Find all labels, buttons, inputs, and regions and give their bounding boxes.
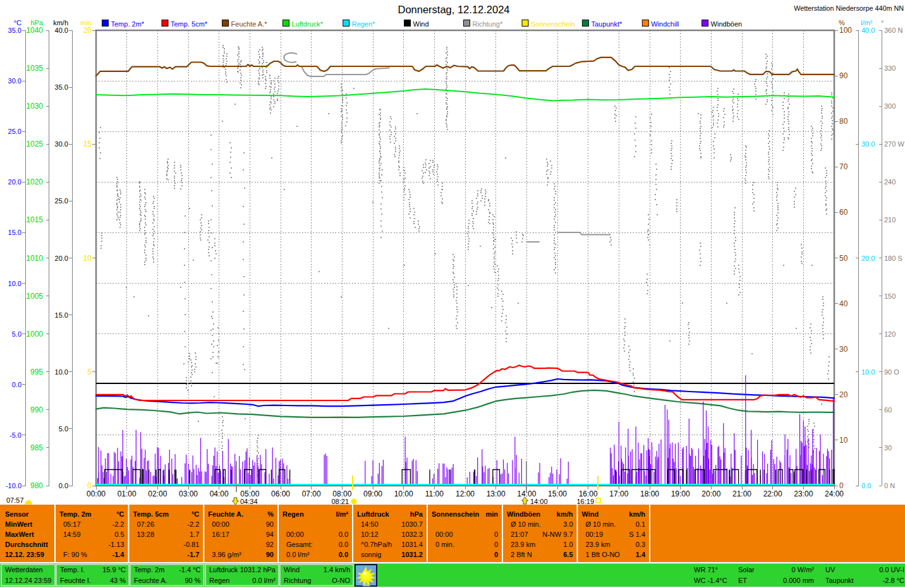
svg-text:Wetterdaten: Wetterdaten (5, 566, 43, 573)
svg-text:23:00: 23:00 (794, 489, 813, 498)
svg-text:30.0: 30.0 (55, 140, 68, 148)
svg-text:0.0: 0.0 (339, 551, 348, 558)
svg-text:04:34: 04:34 (240, 498, 258, 505)
svg-text:0.000 mm: 0.000 mm (783, 577, 814, 584)
svg-text:0.0: 0.0 (12, 381, 21, 388)
svg-text:19:00: 19:00 (671, 489, 690, 498)
svg-text:-1.13: -1.13 (108, 541, 124, 548)
svg-text:08:00: 08:00 (332, 489, 351, 498)
svg-text:Ø 10 min.: Ø 10 min. (586, 520, 616, 528)
svg-text:1.7: 1.7 (190, 531, 199, 538)
svg-text:90 %: 90 % (185, 577, 200, 584)
svg-text:MinWert: MinWert (5, 520, 33, 528)
svg-text:10.0: 10.0 (55, 368, 68, 376)
svg-text:24:00: 24:00 (825, 489, 844, 498)
svg-text:0.5: 0.5 (114, 531, 124, 538)
svg-text:0 W/m²: 0 W/m² (792, 566, 815, 573)
svg-text:-1.4: -1.4 (112, 551, 125, 558)
svg-text:MaxWert: MaxWert (5, 531, 34, 538)
svg-text:5.0: 5.0 (59, 425, 68, 433)
svg-text:25.0: 25.0 (8, 128, 21, 135)
svg-text:05:17: 05:17 (63, 520, 81, 528)
svg-text:15.0: 15.0 (8, 229, 21, 236)
svg-text:15:00: 15:00 (548, 489, 567, 498)
svg-text:30: 30 (884, 444, 892, 452)
svg-text:10:12: 10:12 (361, 531, 379, 538)
svg-text:WC -1.4°C: WC -1.4°C (694, 577, 727, 584)
svg-text:5: 5 (87, 368, 92, 376)
svg-text:0.0 UV-I: 0.0 UV-I (879, 566, 904, 573)
svg-text:1031.2: 1031.2 (401, 551, 423, 558)
svg-text:11:00: 11:00 (425, 489, 444, 498)
svg-text:13:28: 13:28 (137, 531, 155, 538)
svg-text:2 Bft N: 2 Bft N (511, 551, 532, 558)
svg-text:22:00: 22:00 (763, 489, 782, 498)
svg-text:07:26: 07:26 (137, 520, 155, 528)
svg-text:Luftdruck: Luftdruck (209, 566, 238, 573)
svg-text:94: 94 (266, 531, 274, 538)
svg-text:Feuchte A.*: Feuchte A.* (231, 20, 268, 28)
svg-text:18:00: 18:00 (640, 489, 659, 498)
svg-text:10.0: 10.0 (861, 368, 875, 376)
svg-text:30.0: 30.0 (861, 140, 875, 148)
svg-text:ET: ET (738, 577, 747, 584)
svg-text:3.0: 3.0 (563, 520, 573, 528)
svg-text:WR 71°: WR 71° (694, 566, 718, 573)
svg-text:Wind: Wind (284, 566, 300, 573)
svg-text:Wind: Wind (582, 510, 599, 518)
svg-text:16:00: 16:00 (579, 489, 598, 498)
svg-text:1015: 1015 (26, 215, 43, 224)
svg-text:-2.8 °C: -2.8 °C (883, 577, 904, 584)
svg-text:^0.7hPa/h: ^0.7hPa/h (361, 541, 392, 548)
svg-text:1.0: 1.0 (563, 541, 573, 548)
svg-text:Sonnenschein: Sonnenschein (432, 510, 479, 518)
svg-text:Taupunkt: Taupunkt (825, 577, 854, 584)
svg-text:120: 120 (884, 330, 896, 338)
svg-text:08:21: 08:21 (331, 498, 349, 505)
svg-text:0: 0 (494, 541, 498, 548)
svg-text:Temp. 2m*: Temp. 2m* (111, 20, 145, 28)
svg-text:-5.0: -5.0 (9, 431, 21, 439)
svg-text:04:00: 04:00 (210, 489, 229, 498)
svg-text:sonnig: sonnig (361, 551, 381, 558)
svg-text:-10.0: -10.0 (6, 482, 21, 489)
svg-text:15.0: 15.0 (55, 311, 68, 319)
svg-text:1031.2 hPa: 1031.2 hPa (240, 566, 276, 573)
svg-text:150: 150 (884, 292, 896, 300)
svg-text:-2.2: -2.2 (112, 520, 125, 528)
svg-text:10:00: 10:00 (394, 489, 413, 498)
svg-text:0.0: 0.0 (59, 482, 68, 489)
svg-text:Luftdruck*: Luftdruck* (292, 20, 324, 28)
svg-text:21:07: 21:07 (511, 531, 528, 538)
svg-text:1031.4: 1031.4 (401, 541, 423, 548)
svg-text:00:00: 00:00 (212, 520, 229, 528)
svg-text:14:59: 14:59 (63, 531, 81, 538)
svg-text:20: 20 (839, 390, 848, 399)
svg-text:10: 10 (839, 436, 848, 445)
svg-text:hPa: hPa (410, 510, 423, 518)
svg-text:13:00: 13:00 (487, 489, 506, 498)
svg-text:80: 80 (839, 117, 848, 126)
svg-text:1.4 km/h: 1.4 km/h (324, 566, 350, 573)
svg-text:90: 90 (266, 551, 274, 558)
svg-text:05:00: 05:00 (240, 489, 259, 498)
svg-text:15.9 °C: 15.9 °C (102, 566, 126, 573)
svg-text:990: 990 (30, 405, 43, 414)
svg-text:60: 60 (839, 208, 848, 217)
svg-text:210: 210 (884, 216, 896, 224)
svg-text:40.0: 40.0 (55, 27, 68, 34)
svg-text:07:00: 07:00 (302, 489, 321, 498)
svg-text:3.96 g/m³: 3.96 g/m³ (212, 551, 241, 558)
svg-text:6.5: 6.5 (563, 551, 573, 558)
svg-text:°C: °C (191, 510, 199, 518)
svg-text:02:00: 02:00 (148, 489, 167, 498)
svg-text:Feuchte A.: Feuchte A. (208, 510, 243, 518)
svg-text:1030: 1030 (26, 102, 43, 111)
svg-text:995: 995 (30, 368, 43, 376)
svg-text:F: 90 %: F: 90 % (63, 551, 87, 558)
svg-text:Richtung*: Richtung* (473, 20, 503, 28)
svg-text:30.0: 30.0 (8, 77, 21, 85)
svg-text:Regen*: Regen* (352, 20, 375, 28)
svg-text:09:00: 09:00 (363, 489, 382, 498)
svg-text:270 W: 270 W (884, 140, 904, 148)
